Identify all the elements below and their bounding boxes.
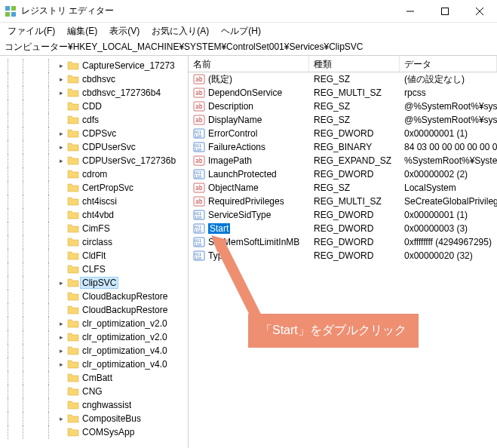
column-header-data[interactable]: データ <box>400 56 497 72</box>
expander-icon[interactable]: ▸ <box>56 87 66 98</box>
tree-item[interactable]: ▸clr_optimization_v2.0 <box>0 330 188 344</box>
minimize-button[interactable] <box>393 0 428 23</box>
expander-icon[interactable]: ▸ <box>56 142 66 152</box>
menu-favorites[interactable]: お気に入り(A) <box>146 23 215 39</box>
menu-edit[interactable]: 編集(E) <box>61 23 103 39</box>
tree-item[interactable]: cnghwassist <box>0 398 188 412</box>
expander-icon[interactable]: ▸ <box>56 359 66 370</box>
expander-icon[interactable] <box>56 169 66 180</box>
value-row[interactable]: abDescriptionREG_SZ@%SystemRoot%¥sys <box>189 100 497 113</box>
expander-icon[interactable] <box>56 373 66 383</box>
column-header-type[interactable]: 種類 <box>309 56 400 72</box>
expander-icon[interactable] <box>56 400 66 410</box>
expander-icon[interactable]: ▸ <box>56 318 66 329</box>
value-row[interactable]: ab(既定)REG_SZ(値の設定なし) <box>189 72 497 86</box>
tree-item[interactable]: ▸ClipSVC <box>0 276 188 290</box>
expander-icon[interactable] <box>56 291 66 302</box>
expander-icon[interactable]: ▸ <box>56 332 66 342</box>
tree-item[interactable]: cdrom <box>0 167 188 181</box>
expander-icon[interactable] <box>56 305 66 315</box>
svg-rect-3 <box>11 12 16 17</box>
tree-item[interactable]: CLFS <box>0 262 188 276</box>
tree-item-label: CDD <box>82 101 102 112</box>
tree-item[interactable]: circlass <box>0 235 188 249</box>
value-data: 84 03 00 00 00 00 00 00 <box>400 142 497 152</box>
expander-icon[interactable] <box>56 427 66 437</box>
value-row[interactable]: 011110TypeREG_DWORD0x00000020 (32) <box>189 249 497 262</box>
column-header-name[interactable]: 名前 <box>189 56 309 72</box>
expander-icon[interactable] <box>56 115 66 125</box>
expander-icon[interactable]: ▸ <box>56 413 66 424</box>
value-row[interactable]: abDisplayNameREG_SZ@%SystemRoot%¥sys <box>189 113 497 127</box>
value-row[interactable]: 011110StartREG_DWORD0x00000003 (3) <box>189 222 497 235</box>
tree-item[interactable]: cdfs <box>0 113 188 127</box>
expander-icon[interactable] <box>56 223 66 234</box>
expander-icon[interactable]: ▸ <box>56 74 66 84</box>
folder-icon <box>67 222 79 235</box>
expander-icon[interactable] <box>56 196 66 207</box>
expander-icon[interactable]: ▸ <box>56 128 66 139</box>
string-value-icon: ab <box>193 182 205 194</box>
value-name: FailureActions <box>208 142 265 152</box>
value-row[interactable]: 011110ServiceSidTypeREG_DWORD0x00000001 … <box>189 208 497 222</box>
list-pane[interactable]: 名前 種類 データ ab(既定)REG_SZ(値の設定なし)abDependOn… <box>189 56 497 448</box>
value-row[interactable]: 011110SvcMemSoftLimitInMBREG_DWORD0xffff… <box>189 235 497 249</box>
tree-item[interactable]: CloudBackupRestore <box>0 290 188 303</box>
tree-item[interactable]: ▸CDPUserSvc_172736b <box>0 154 188 167</box>
menu-help[interactable]: ヘルプ(H) <box>215 23 267 39</box>
expander-icon[interactable] <box>56 210 66 220</box>
close-button[interactable] <box>462 0 497 23</box>
tree-item[interactable]: CertPropSvc <box>0 181 188 195</box>
address-bar[interactable]: コンピューター¥HKEY_LOCAL_MACHINE¥SYSTEM¥Contro… <box>0 39 497 56</box>
expander-icon[interactable]: ▸ <box>56 155 66 166</box>
expander-icon[interactable] <box>56 264 66 275</box>
svg-text:110: 110 <box>195 229 201 233</box>
value-row[interactable]: abRequiredPrivilegesREG_MULTI_SZSeCreate… <box>189 195 497 208</box>
tree-item[interactable]: cht4vbd <box>0 208 188 222</box>
tree-item[interactable]: CloudBackupRestore <box>0 303 188 317</box>
tree-item-label: cbdhsvc <box>82 74 115 84</box>
value-row[interactable]: abDependOnServiceREG_MULTI_SZrpcss <box>189 86 497 100</box>
tree-item[interactable]: ▸clr_optimization_v4.0 <box>0 344 188 357</box>
app-icon <box>5 5 17 17</box>
expander-icon[interactable]: ▸ <box>56 278 66 288</box>
tree-pane[interactable]: ▸CaptureService_17273▸cbdhsvc▸cbdhsvc_17… <box>0 56 189 448</box>
tree-item[interactable]: ▸CDPSvc <box>0 127 188 140</box>
tree-item-label: cdrom <box>82 169 107 180</box>
tree-item-label: clr_optimization_v2.0 <box>82 332 167 342</box>
value-row[interactable]: 011110ErrorControlREG_DWORD0x00000001 (1… <box>189 127 497 140</box>
expander-icon[interactable] <box>56 237 66 247</box>
value-type: REG_SZ <box>309 183 400 193</box>
tree-item[interactable]: CNG <box>0 385 188 398</box>
expander-icon[interactable]: ▸ <box>56 60 66 71</box>
expander-icon[interactable] <box>56 250 66 261</box>
value-row[interactable]: 011110FailureActionsREG_BINARY84 03 00 0… <box>189 140 497 154</box>
value-type: REG_DWORD <box>309 210 400 220</box>
maximize-button[interactable] <box>428 0 462 23</box>
expander-icon[interactable] <box>56 183 66 193</box>
tree-item[interactable]: CmBatt <box>0 371 188 385</box>
expander-icon[interactable] <box>56 386 66 397</box>
menu-view[interactable]: 表示(V) <box>103 23 146 39</box>
tree-item[interactable]: ▸CDPUserSvc <box>0 140 188 154</box>
tree-item[interactable]: ▸CaptureService_17273 <box>0 59 188 72</box>
tree-item[interactable]: CldFlt <box>0 249 188 262</box>
value-name: ImagePath <box>208 155 252 166</box>
value-data: 0x00000003 (3) <box>400 223 497 234</box>
expander-icon[interactable]: ▸ <box>56 345 66 356</box>
tree-item[interactable]: ▸cbdhsvc <box>0 72 188 86</box>
tree-item[interactable]: ▸clr_optimization_v4.0 <box>0 357 188 371</box>
tree-item[interactable]: CDD <box>0 100 188 113</box>
tree-item[interactable]: cht4iscsi <box>0 195 188 208</box>
value-row[interactable]: 011110LaunchProtectedREG_DWORD0x00000002… <box>189 167 497 181</box>
value-row[interactable]: abImagePathREG_EXPAND_SZ%SystemRoot%¥Sys… <box>189 154 497 167</box>
tree-item[interactable]: ▸cbdhsvc_172736b4 <box>0 86 188 100</box>
menu-file[interactable]: ファイル(F) <box>2 23 61 39</box>
value-row[interactable]: abObjectNameREG_SZLocalSystem <box>189 181 497 195</box>
expander-icon[interactable] <box>56 101 66 112</box>
tree-item[interactable]: CimFS <box>0 222 188 235</box>
tree-item[interactable]: ▸clr_optimization_v2.0 <box>0 317 188 330</box>
tree-item[interactable]: ▸CompositeBus <box>0 412 188 425</box>
svg-text:ab: ab <box>195 117 203 124</box>
tree-item[interactable]: COMSysApp <box>0 425 188 439</box>
